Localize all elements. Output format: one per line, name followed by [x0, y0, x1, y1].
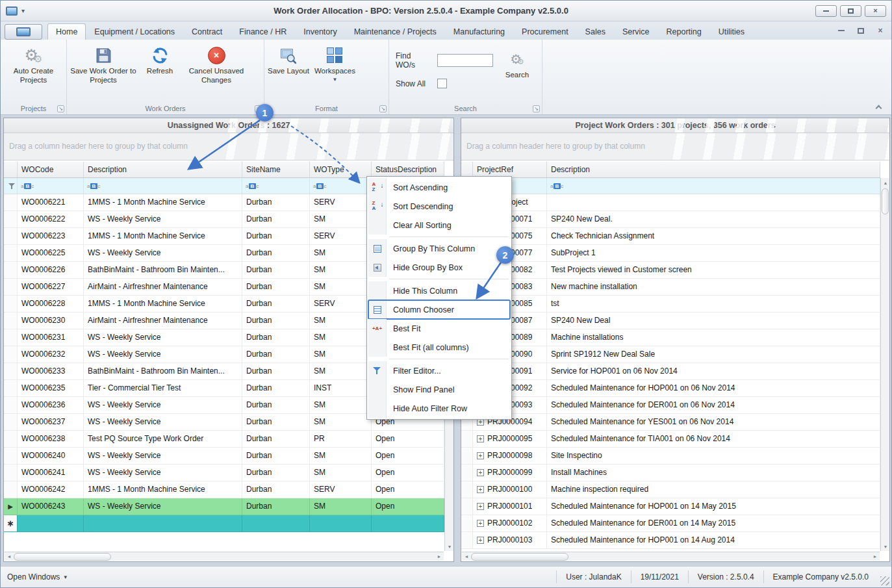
- close-button[interactable]: ×: [865, 5, 886, 17]
- auto-create-projects-button[interactable]: ⚙⚙ Auto Create Projects: [2, 42, 65, 88]
- project-row[interactable]: +PRJ0000101Scheduled Maintenance for HOP…: [461, 498, 880, 515]
- filter-cell-wotype[interactable]: aBc: [310, 178, 372, 194]
- project-row[interactable]: +PRJ0000092Scheduled Maintenance for HOP…: [461, 380, 880, 397]
- project-row[interactable]: +PRJ0000075Check Technician Assignment: [461, 228, 880, 245]
- tab-home[interactable]: Home: [47, 23, 86, 40]
- tab-equipment-locations[interactable]: Equipment / Locations: [86, 23, 183, 40]
- menu-item-hide-auto-filter-row[interactable]: Hide Auto Filter Row: [368, 399, 510, 418]
- menu-item-sort-ascending[interactable]: AZ↓Sort Ascending: [368, 178, 510, 197]
- project-row[interactable]: +PRJ0000094Scheduled Maintenance for YES…: [461, 414, 880, 431]
- project-row[interactable]: +PRJ0000098Site Inspectino: [461, 448, 880, 465]
- ribbon-collapse-button[interactable]: [873, 103, 884, 110]
- project-row[interactable]: +PRJ0000083New machine installation: [461, 279, 880, 296]
- menu-item-best-fit-all-columns[interactable]: Best Fit (all columns): [368, 338, 510, 357]
- project-row[interactable]: +PRJ0000087SP240 New Deal: [461, 313, 880, 329]
- menu-item-hide-group-by-box[interactable]: Hide Group By Box: [368, 258, 510, 277]
- menu-item-hide-this-column[interactable]: Hide This Column: [368, 281, 510, 300]
- quick-access-chevron-icon[interactable]: ▾: [21, 7, 25, 14]
- cancel-unsaved-changes-button[interactable]: × Cancel Unsaved Changes: [181, 42, 251, 88]
- tab-service[interactable]: Service: [614, 23, 658, 40]
- expand-icon[interactable]: +: [477, 469, 484, 476]
- column-header-statusdescription[interactable]: StatusDescription: [372, 162, 444, 177]
- column-header-description[interactable]: Description: [84, 162, 242, 177]
- work-order-row[interactable]: WO0006238Test PQ Source Type Work OrderD…: [4, 431, 444, 448]
- scroll-up-arrow[interactable]: ▲: [881, 178, 890, 187]
- scroll-right-arrow[interactable]: ►: [871, 552, 880, 561]
- menu-item-group-by-this-column[interactable]: Group By This Column: [368, 239, 510, 258]
- column-header-projectref[interactable]: ProjectRef: [473, 162, 547, 177]
- filter-cell-wocode[interactable]: aBc: [18, 178, 84, 194]
- tab-maintenance-projects[interactable]: Maintenance / Projects: [346, 23, 445, 40]
- project-row[interactable]: +PRJ0000082Test Projects viewed in Custo…: [461, 262, 880, 279]
- horizontal-scrollbar[interactable]: ◄ ►: [5, 552, 444, 561]
- project-row[interactable]: +PRJ0000085tst: [461, 296, 880, 313]
- tab-contract[interactable]: Contract: [183, 23, 231, 40]
- tab-reporting[interactable]: Reporting: [658, 23, 710, 40]
- expand-icon[interactable]: +: [477, 486, 484, 493]
- group-by-box[interactable]: Drag a column header here to group by th…: [461, 133, 889, 160]
- work-order-row[interactable]: WO0006240WS - Weekly ServiceDurbanSMOpen: [4, 448, 444, 465]
- work-order-row[interactable]: WO0006241WS - Weekly ServiceDurbanSMOpen: [4, 465, 444, 481]
- menu-item-best-fit[interactable]: +A+Best Fit: [368, 319, 510, 338]
- scrollbar-thumb[interactable]: [14, 553, 111, 561]
- search-button[interactable]: ⚙⚙ Search: [497, 46, 537, 83]
- expand-icon[interactable]: +: [477, 452, 484, 459]
- tab-manufacturing[interactable]: Manufacturing: [445, 23, 513, 40]
- dialog-launcher-icon[interactable]: ↘: [57, 105, 64, 112]
- expand-icon[interactable]: +: [477, 435, 484, 442]
- scroll-down-arrow[interactable]: ▼: [445, 542, 454, 551]
- menu-item-sort-descending[interactable]: ZA↓Sort Descending: [368, 197, 510, 216]
- project-row[interactable]: +PRJ0000102Scheduled Maintenance for DER…: [461, 515, 880, 532]
- minimize-button[interactable]: [815, 5, 837, 17]
- project-row[interactable]: +PRJ0000093Scheduled Maintenance for DER…: [461, 397, 880, 414]
- tab-procurement[interactable]: Procurement: [513, 23, 577, 40]
- column-header-wotype[interactable]: WOType: [310, 162, 372, 177]
- menu-item-show-find-panel[interactable]: Show Find Panel: [368, 380, 510, 399]
- dialog-launcher-icon[interactable]: ↘: [255, 105, 262, 112]
- scrollbar-thumb[interactable]: [471, 553, 568, 561]
- scrollbar-thumb[interactable]: [882, 188, 889, 214]
- tab-sales[interactable]: Sales: [577, 23, 614, 40]
- mdi-restore-button[interactable]: [855, 25, 867, 36]
- menu-item-column-chooser[interactable]: Column Chooser: [368, 300, 510, 319]
- filter-cell-description[interactable]: aBc: [84, 178, 242, 194]
- resize-grip[interactable]: [880, 576, 889, 585]
- mdi-close-button[interactable]: ×: [874, 25, 886, 36]
- dialog-launcher-icon[interactable]: ↘: [379, 105, 387, 112]
- tab-utilities[interactable]: Utilities: [710, 23, 753, 40]
- save-work-order-button[interactable]: Save Work Order to Projects: [68, 42, 138, 88]
- project-row[interactable]: +PRJ0000103Scheduled Maintenance for HOP…: [461, 532, 880, 549]
- project-row[interactable]: +PRJ0000090Sprint SP1912 New Deal Sale: [461, 346, 880, 363]
- menu-item-filter-editor[interactable]: Filter Editor...: [368, 361, 510, 380]
- scroll-right-arrow[interactable]: ►: [435, 552, 444, 561]
- refresh-button[interactable]: Refresh: [140, 42, 180, 79]
- scroll-down-arrow[interactable]: ▼: [881, 542, 890, 551]
- group-by-box[interactable]: Drag a column header here to group by th…: [4, 133, 453, 160]
- tab-finance-hr[interactable]: Finance / HR: [231, 23, 295, 40]
- filter-cell-description[interactable]: aBc: [547, 178, 880, 194]
- application-menu-button[interactable]: [5, 24, 42, 40]
- workspaces-button[interactable]: Workspaces ▼: [312, 42, 357, 85]
- project-row[interactable]: +PRJ0000077SubProject 1: [461, 245, 880, 262]
- work-order-row[interactable]: WO00062421MMS - 1 Month Machine ServiceD…: [4, 481, 444, 498]
- project-row[interactable]: +PRJ0000095Scheduled Maintenance for TIA…: [461, 431, 880, 448]
- expand-icon[interactable]: +: [477, 537, 484, 544]
- column-header-sitename[interactable]: SiteName: [242, 162, 310, 177]
- column-header-description[interactable]: Description: [547, 162, 880, 177]
- open-windows-button[interactable]: Open Windows ▾: [7, 572, 67, 582]
- filter-cell-sitename[interactable]: aBc: [242, 178, 310, 194]
- project-row[interactable]: +Test Project: [461, 194, 880, 211]
- menu-item-clear-all-sorting[interactable]: Clear All Sorting: [368, 216, 510, 235]
- tab-inventory[interactable]: Inventory: [295, 23, 345, 40]
- save-layout-button[interactable]: Save Layout: [266, 42, 311, 79]
- project-row[interactable]: +PRJ0000091Service for HOP001 on 06 Nov …: [461, 363, 880, 380]
- mdi-minimize-button[interactable]: [835, 25, 847, 36]
- new-row[interactable]: ∗: [4, 515, 444, 532]
- scroll-left-arrow[interactable]: ◄: [462, 552, 471, 561]
- project-row[interactable]: +PRJ0000100Machine inspection required: [461, 481, 880, 498]
- maximize-button[interactable]: [840, 5, 861, 17]
- vertical-scrollbar[interactable]: ▲ ▼: [880, 178, 889, 551]
- work-order-row[interactable]: ▶WO0006243WS - Weekly ServiceDurbanSMOpe…: [4, 498, 444, 515]
- dialog-launcher-icon[interactable]: ↘: [533, 105, 540, 112]
- scroll-left-arrow[interactable]: ◄: [5, 552, 14, 561]
